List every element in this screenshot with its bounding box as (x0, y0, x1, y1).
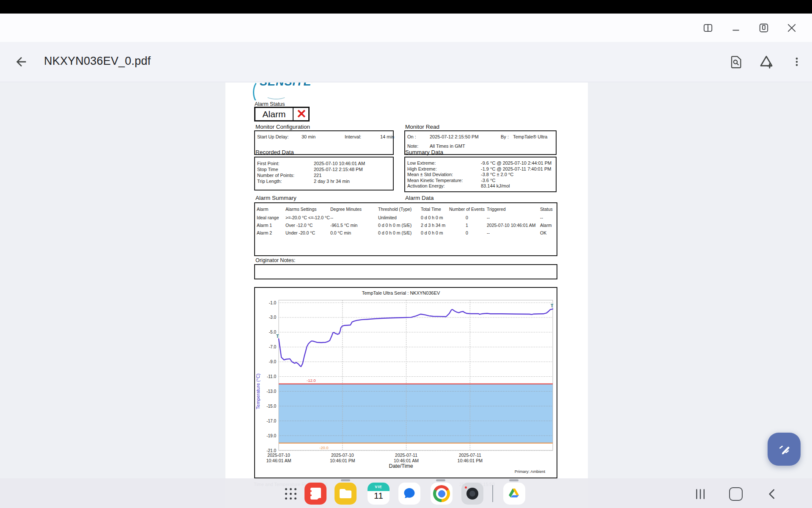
back-button[interactable] (12, 52, 30, 71)
back-nav-button[interactable] (765, 487, 780, 501)
add-to-drive-icon (759, 55, 774, 69)
popup-view-button[interactable] (755, 19, 772, 36)
camera-app[interactable] (461, 483, 483, 505)
more-options-icon (791, 56, 803, 68)
annotate-pen-icon (776, 441, 792, 457)
pdf-toolbar: NKXYN036EV_0.pdf (0, 42, 812, 82)
split-screen-icon (702, 22, 713, 33)
home-button[interactable] (728, 487, 743, 501)
recents-button[interactable] (693, 487, 708, 501)
minimize-icon (730, 22, 741, 33)
document-title: NKXYN036EV_0.pdf (44, 55, 151, 68)
calendar-day: 11 (368, 491, 390, 501)
more-options-button[interactable] (787, 52, 806, 71)
google-drive-icon (503, 483, 525, 505)
back-nav-icon (766, 488, 779, 500)
minimize-button[interactable] (727, 19, 744, 36)
calendar-app[interactable]: VIE 11 (368, 483, 390, 505)
screen: SENSITECH Serial #:NKXYN036EV Alarm Stat… (0, 0, 812, 508)
google-drive-app[interactable] (503, 483, 525, 505)
calendar-weekday: VIE (368, 483, 390, 491)
messages-app[interactable] (398, 483, 420, 505)
camera-icon (461, 483, 483, 505)
close-icon (786, 22, 798, 34)
running-indicator-chrome (436, 479, 445, 481)
home-icon (729, 487, 743, 501)
back-arrow-icon (14, 55, 28, 69)
pop-up-view-icon (758, 22, 769, 33)
calendar-icon: VIE 11 (368, 483, 390, 505)
messages-icon (398, 483, 420, 505)
my-files-app[interactable] (335, 483, 357, 505)
running-indicator-my-files (341, 479, 350, 481)
annotate-button[interactable] (768, 433, 801, 466)
close-window-button[interactable] (783, 19, 800, 36)
app-drawer-icon (284, 487, 298, 501)
running-indicator-drive (509, 479, 518, 481)
recents-icon (694, 488, 707, 500)
window-titlebar (0, 14, 812, 42)
chrome-app[interactable] (431, 483, 453, 505)
samsung-notes-icon (304, 483, 326, 505)
add-to-drive-button[interactable] (757, 52, 776, 71)
my-files-icon (335, 483, 357, 505)
split-screen-button[interactable] (700, 19, 716, 36)
app-drawer-button[interactable] (280, 483, 302, 505)
find-in-document-button[interactable] (727, 52, 745, 71)
top-black-bar (0, 0, 812, 14)
chrome-icon (431, 483, 453, 505)
taskbar-divider (492, 485, 493, 502)
find-in-page-icon (729, 55, 743, 69)
samsung-notes-app[interactable] (304, 483, 326, 505)
